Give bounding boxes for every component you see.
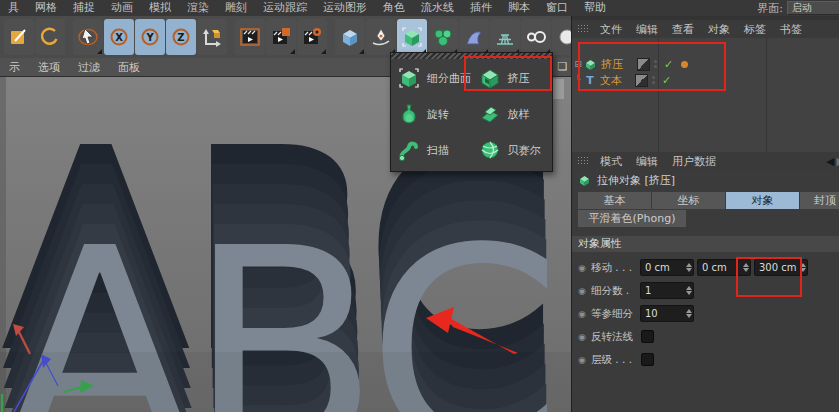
enabled-checkmark[interactable]: ✓ [664,58,673,71]
spinner-icon[interactable] [798,261,807,274]
add-camera-button[interactable] [521,19,551,55]
material-tag-icon[interactable] [681,61,688,68]
animation-dot-icon[interactable]: ◉ [578,286,591,296]
current-state-button[interactable] [35,19,65,55]
subdivision-field[interactable]: 1 [640,282,694,299]
z-axis-lock-button[interactable]: Z [166,19,196,55]
om-menu-object[interactable]: 对象 [701,22,737,37]
render-settings-button[interactable] [297,19,327,55]
animation-dot-icon[interactable]: ◉ [578,263,591,273]
menu-render[interactable]: 渲染 [179,0,217,16]
menu-help[interactable]: 帮助 [576,0,614,16]
add-deformer-button[interactable] [428,19,458,55]
iso-subdivision-field[interactable]: 10 [640,305,694,322]
menu-mograph[interactable]: 运动图形 [315,0,375,16]
tab-caps[interactable]: 封顶 [800,192,839,209]
history-back-icon[interactable]: ◀ [826,155,834,168]
layer-toggle[interactable] [637,58,650,71]
panel-grip-icon[interactable] [577,24,590,34]
am-menu-edit[interactable]: 编辑 [629,154,665,169]
add-floor-button[interactable] [490,19,520,55]
flyout-item-extrude[interactable]: 挤压 [472,60,553,96]
menu-tools[interactable]: 具 [0,0,27,16]
bezier-icon [479,139,501,161]
spinner-icon[interactable] [684,307,693,320]
param-row-subdivision: ◉ 细分数 . 1 [578,279,839,302]
make-editable-button[interactable] [4,19,34,55]
animation-dot-icon[interactable]: ◉ [578,309,591,319]
flyout-item-loft[interactable]: 放样 [472,96,553,132]
add-spline-button[interactable] [366,19,396,55]
menu-pipeline[interactable]: 流水线 [413,0,462,16]
tab-basic[interactable]: 基本 [578,192,651,209]
flyout-item-lathe[interactable]: 旋转 [391,96,472,132]
am-menu-userdata[interactable]: 用户数据 [665,154,723,169]
menu-mesh[interactable]: 网格 [27,0,65,16]
render-view-button[interactable] [235,19,265,55]
flip-normals-checkbox[interactable] [641,330,654,343]
movement-y-field[interactable]: 0 cm [697,259,751,276]
viewport-menu-display[interactable]: 示 [0,60,29,75]
tab-phong[interactable]: 平滑着色(Phong) [578,210,686,227]
hierarchy-checkbox[interactable] [641,353,654,366]
x-axis-lock-button[interactable]: X [104,19,134,55]
panel-grip-icon[interactable] [577,156,590,166]
object-row-extrude[interactable]: ⊟ 挤压 ✓ [572,56,839,72]
y-axis-lock-button[interactable]: Y [135,19,165,55]
spinner-icon[interactable] [684,284,693,297]
object-manager-menubar: 文件 编辑 查看 对象 标签 书签 [572,20,839,38]
spinner-icon[interactable] [741,261,750,274]
render-picture-viewer-icon [270,26,292,48]
animation-dot-icon[interactable]: ◉ [578,332,591,342]
animation-dot-icon[interactable]: ◉ [578,355,591,365]
expand-toggle-icon[interactable]: ⊟ [572,59,584,69]
add-environment-button[interactable] [459,19,489,55]
flyout-item-sweep[interactable]: 扫描 [391,132,472,168]
om-menu-file[interactable]: 文件 [593,22,629,37]
visibility-dots[interactable] [652,76,655,84]
object-row-text[interactable]: └ T 文本 ✓ [572,72,839,88]
flyout-item-bezier[interactable]: 贝赛尔 [472,132,553,168]
menu-simulate[interactable]: 模拟 [141,0,179,16]
menu-plugins[interactable]: 插件 [462,0,500,16]
flyout-item-subdivision-surface[interactable]: 细分曲面 [391,60,472,96]
sweep-icon [398,139,420,161]
tab-coordinates[interactable]: 坐标 [652,192,725,209]
viewport-menu-options[interactable]: 选项 [29,60,69,75]
viewport-menu-panel[interactable]: 面板 [109,60,149,75]
menu-sculpt[interactable]: 雕刻 [217,0,255,16]
am-menu-mode[interactable]: 模式 [593,154,629,169]
selection-tool-button[interactable] [73,19,103,55]
menu-character[interactable]: 角色 [375,0,413,16]
add-generator-button[interactable] [397,19,427,55]
flyout-label: 扫描 [427,143,449,158]
object-properties-section[interactable]: 对象属性 [572,236,839,252]
enabled-checkmark[interactable]: ✓ [662,74,671,87]
om-menu-bookmarks[interactable]: 书签 [773,22,809,37]
flyout-label: 贝赛尔 [508,143,541,158]
coordinate-system-button[interactable] [197,19,227,55]
movement-x-field[interactable]: 0 cm [640,259,694,276]
menu-script[interactable]: 脚本 [500,0,538,16]
object-name: 挤压 [601,57,623,72]
spinner-icon[interactable] [684,261,693,274]
layer-toggle[interactable] [635,74,648,87]
om-menu-tags[interactable]: 标签 [737,22,773,37]
param-row-flip-normals: ◉ 反转法线 [578,325,839,348]
movement-z-field[interactable]: 300 cm [754,259,808,276]
visibility-dots[interactable] [654,60,657,68]
om-menu-view[interactable]: 查看 [665,22,701,37]
menu-snap[interactable]: 捕捉 [65,0,103,16]
om-menu-edit[interactable]: 编辑 [629,22,665,37]
viewport-menu-filter[interactable]: 过滤 [69,60,109,75]
menu-window[interactable]: 窗口 [538,0,576,16]
tab-object[interactable]: 对象 [726,192,799,209]
field-value: 0 cm [641,262,684,273]
menu-motion-tracker[interactable]: 运动跟踪 [255,0,315,16]
maximize-view-icon[interactable]: ❏ [556,60,569,74]
attribute-manager-menubar: 模式 编辑 用户数据 ◀ ▶ [572,152,839,170]
interface-dropdown[interactable]: 启动 [787,1,839,15]
menu-animation[interactable]: 动画 [103,0,141,16]
add-primitive-button[interactable] [335,19,365,55]
render-picture-viewer-button[interactable] [266,19,296,55]
